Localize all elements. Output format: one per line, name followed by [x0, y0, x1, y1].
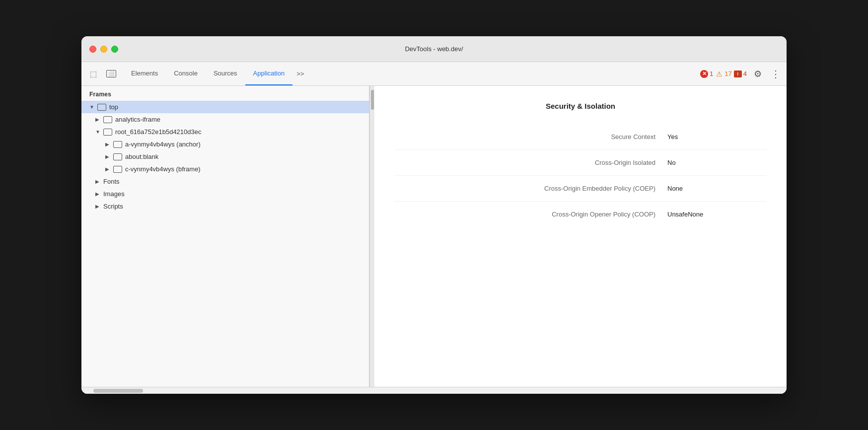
sidebar-item-c-vynmy[interactable]: ▶ c-vynmy4vb4wys (bframe) [81, 163, 369, 175]
info-icon: ! [734, 71, 742, 77]
expand-arrow-images: ▶ [95, 191, 101, 197]
sidebar-item-a-vynmy[interactable]: ▶ a-vynmy4vb4wys (anchor) [81, 138, 369, 150]
scrollbar-track [371, 86, 374, 387]
expand-arrow-c-vynmy: ▶ [105, 166, 111, 172]
info-value-coop: UnsafeNone [667, 211, 767, 218]
toolbar: ⬚ ⬜ Elements Console Sources Application… [81, 62, 787, 86]
settings-icon: ⚙ [754, 69, 762, 79]
info-badge[interactable]: ! 4 [734, 70, 747, 77]
info-row-coep: Cross-Origin Embedder Policy (COEP) None [394, 176, 767, 202]
info-row-coop: Cross-Origin Opener Policy (COOP) Unsafe… [394, 202, 767, 227]
tab-application[interactable]: Application [245, 62, 293, 85]
info-table: Secure Context Yes Cross-Origin Isolated… [394, 124, 767, 227]
close-button[interactable] [89, 46, 96, 53]
info-value-cross-origin-isolated: No [667, 159, 767, 166]
section-title: Security & Isolation [394, 102, 767, 110]
cursor-tool-button[interactable]: ⬚ [85, 66, 101, 82]
window-title: DevTools - web.dev/ [405, 45, 463, 53]
info-value-coep: None [667, 185, 767, 192]
expand-arrow-top: ▼ [89, 104, 95, 110]
info-value-secure-context: Yes [667, 133, 767, 141]
error-icon: ✕ [700, 70, 708, 78]
scrollbar-thumb[interactable] [371, 90, 374, 110]
more-options-button[interactable]: ⋮ [769, 67, 783, 81]
frame-icon-analytics [103, 116, 112, 123]
expand-arrow-about-blank: ▶ [105, 154, 111, 159]
info-row-cross-origin-isolated: Cross-Origin Isolated No [394, 150, 767, 176]
frame-icon-top [97, 104, 106, 111]
expand-arrow-analytics: ▶ [95, 117, 101, 122]
error-badge-group: ✕ 1 ⚠ 17 ! 4 [700, 70, 747, 78]
info-label-coop: Cross-Origin Opener Policy (COOP) [394, 211, 667, 218]
toolbar-tabs: Elements Console Sources Application >> [123, 62, 308, 85]
frame-icon-a-vynmy [113, 141, 122, 148]
info-row-secure-context: Secure Context Yes [394, 124, 767, 150]
traffic-lights [89, 46, 118, 53]
content-panel: Security & Isolation Secure Context Yes … [374, 86, 787, 387]
sidebar-item-about-blank[interactable]: ▶ about:blank [81, 150, 369, 163]
frame-icon-about-blank [113, 153, 122, 160]
info-label-coep: Cross-Origin Embedder Policy (COEP) [394, 185, 667, 192]
main-content: Frames ▼ top ▶ analytics-iframe ▼ root_6… [81, 86, 787, 387]
settings-button[interactable]: ⚙ [751, 67, 765, 81]
cursor-icon: ⬚ [90, 70, 97, 78]
more-options-icon: ⋮ [771, 69, 781, 79]
tab-sources[interactable]: Sources [206, 62, 245, 85]
expand-arrow-fonts: ▶ [95, 179, 101, 184]
expand-arrow-a-vynmy: ▶ [105, 142, 111, 147]
sidebar-section-frames: Frames [81, 86, 369, 101]
sidebar: Frames ▼ top ▶ analytics-iframe ▼ root_6… [81, 86, 369, 387]
warning-badge[interactable]: ⚠ 17 [715, 70, 731, 78]
sidebar-item-analytics-iframe[interactable]: ▶ analytics-iframe [81, 113, 369, 126]
tab-elements[interactable]: Elements [123, 62, 166, 85]
toolbar-right: ✕ 1 ⚠ 17 ! 4 ⚙ ⋮ [700, 67, 783, 81]
sidebar-item-scripts[interactable]: ▶ Scripts [81, 200, 369, 213]
maximize-button[interactable] [111, 46, 118, 53]
frame-icon-c-vynmy [113, 166, 122, 173]
info-label-secure-context: Secure Context [394, 133, 667, 141]
sidebar-item-images[interactable]: ▶ Images [81, 188, 369, 200]
devtools-window: DevTools - web.dev/ ⬚ ⬜ Elements Console… [81, 36, 787, 394]
sidebar-item-fonts[interactable]: ▶ Fonts [81, 175, 369, 188]
more-tabs-button[interactable]: >> [292, 62, 308, 85]
expand-arrow-scripts: ▶ [95, 204, 101, 209]
warning-icon: ⚠ [715, 70, 723, 78]
horizontal-scrollbar-thumb[interactable] [93, 389, 143, 393]
info-label-cross-origin-isolated: Cross-Origin Isolated [394, 159, 667, 166]
sidebar-item-root[interactable]: ▼ root_616a752e1b5d4210d3ec [81, 126, 369, 138]
frame-icon-root [103, 129, 112, 136]
expand-arrow-root: ▼ [95, 129, 101, 135]
sidebar-item-top[interactable]: ▼ top [81, 101, 369, 113]
device-icon: ⬜ [106, 70, 116, 77]
horizontal-scrollbar[interactable] [81, 387, 787, 394]
title-bar: DevTools - web.dev/ [81, 36, 787, 62]
tab-console[interactable]: Console [166, 62, 206, 85]
device-emulation-button[interactable]: ⬜ [103, 66, 119, 82]
minimize-button[interactable] [100, 46, 107, 53]
resizer-divider[interactable] [369, 86, 374, 387]
error-badge[interactable]: ✕ 1 [700, 70, 713, 78]
